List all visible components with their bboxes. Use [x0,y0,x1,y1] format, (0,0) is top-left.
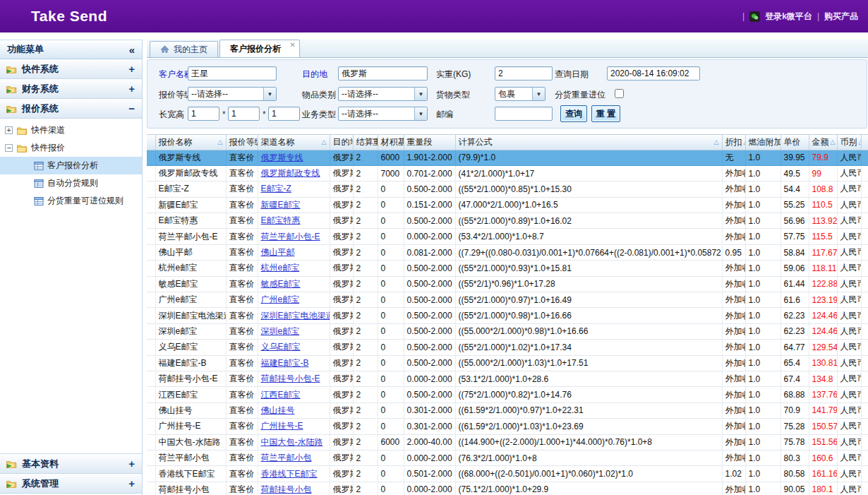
table-row[interactable]: 俄罗斯邮政专线直客价俄罗斯邮政专线俄罗斯270000.701-2.000(41*… [147,165,868,181]
column-header-channel-name[interactable]: 渠道名称 [258,135,330,150]
channel-link[interactable]: 广州挂号-E [261,421,303,431]
channel-link[interactable]: 佛山平邮 [261,247,295,257]
channel-link[interactable]: 福建E邮宝-B [261,358,309,368]
channel-link[interactable]: 荷邮挂号小包 [261,484,312,494]
column-header-quote-name[interactable]: 报价名称 [155,135,226,150]
column-header-quote-grade[interactable]: 报价等级 [226,135,258,150]
sort-icon[interactable] [218,138,223,145]
search-button[interactable]: 查询 [560,105,587,122]
table-row[interactable]: 荷邮挂号小包-E直客价荷邮挂号小包-E俄罗斯200.000-2.000(53.1… [147,371,868,386]
column-header-fuel-surcharge[interactable]: 燃油附加 [745,135,780,150]
split-weight-carry-checkbox[interactable] [615,89,624,98]
channel-link[interactable]: 俄罗斯专线 [261,153,303,162]
sidebar-item-快件系统[interactable]: 快件系统 + [0,59,142,79]
price-level-select[interactable]: --请选择-- [188,87,277,101]
channel-link[interactable]: E邮宝特惠 [261,215,301,225]
channel-link[interactable]: 广州e邮宝 [261,294,300,304]
table-row[interactable]: 深圳E邮宝电池渠道直客价深圳E邮宝电池渠道俄罗斯200.500-2.000((5… [147,308,868,323]
column-header-unit-price[interactable]: 单价 [780,135,809,150]
table-row[interactable]: 广州e邮宝直客价广州e邮宝俄罗斯200.500-2.000((55*2/1.00… [147,292,868,308]
sidebar-item-财务系统[interactable]: 财务系统 + [0,79,142,99]
expand-icon[interactable]: + [128,63,135,75]
weight-input[interactable] [495,66,553,80]
channel-link[interactable]: 中国大包-水陆路 [261,437,323,447]
sort-icon[interactable] [322,138,327,145]
table-row[interactable]: 敏感E邮宝直客价敏感E邮宝俄罗斯200.500-2.000((55*2/1)*0… [147,276,868,292]
length-input[interactable] [188,107,219,121]
channel-link[interactable]: 佛山挂号 [261,405,295,415]
column-header-discount[interactable]: 折扣 [722,135,745,150]
table-row[interactable]: 深圳e邮宝直客价深圳e邮宝俄罗斯200.500-2.000((55.000*2/… [147,323,868,339]
tree-item-快件渠道[interactable]: + 快件渠道 [0,121,142,139]
table-row[interactable]: 新疆E邮宝直客价新疆E邮宝俄罗斯200.151-2.000(47.000*2/1… [147,197,868,213]
channel-link[interactable]: 义乌E邮宝 [261,342,301,352]
table-row[interactable]: 佛山平邮直客价佛山平邮俄罗斯200.081-2.000((7.29+((0.08… [147,244,868,260]
column-header-formula[interactable]: 计算公式 [455,135,722,150]
column-header-weight-range[interactable]: 重量段 [404,135,455,150]
sidebar-item-系统管理[interactable]: 系统管理 + [0,474,142,494]
tree-item-自动分货规则[interactable]: 自动分货规则 [0,174,142,192]
channel-link[interactable]: 江西E邮宝 [261,390,301,400]
dropdown-arrow-icon[interactable] [414,107,427,120]
column-header-volume-base[interactable]: 材积基数 [378,135,404,150]
buy-product-link[interactable]: 购买产品 [824,11,858,23]
table-row[interactable]: 广州挂号-E直客价广州挂号-E俄罗斯200.301-2.000((61.59*2… [147,419,868,434]
reset-button[interactable]: 重 置 [591,105,620,122]
table-row[interactable]: 荷兰平邮小包-E直客价荷兰平邮小包-E俄罗斯200.000-2.000(53.4… [147,229,868,244]
channel-link[interactable]: 深圳e邮宝 [261,326,300,336]
dropdown-arrow-icon[interactable] [414,88,427,100]
dropdown-arrow-icon[interactable] [263,88,276,100]
sort-icon[interactable] [831,138,836,145]
item-category-select[interactable]: --请选择-- [338,87,428,101]
sidebar-item-基本资料[interactable]: 基本资料 + [0,454,142,474]
column-header-destination[interactable]: 目的地 [330,135,353,150]
width-input[interactable] [228,107,260,121]
channel-link[interactable]: 深圳E邮宝电池渠道 [261,311,330,321]
table-row[interactable]: E邮宝特惠直客价E邮宝特惠俄罗斯200.500-2.000((55*2/1.00… [147,213,868,229]
postcode-input[interactable] [495,107,553,121]
cargo-type-select[interactable]: 包裹 [495,87,545,101]
column-header-settle-weight[interactable]: 结算重量 [353,135,378,150]
sort-icon[interactable] [714,138,719,145]
tree-item-快件报价[interactable]: − 快件报价 [0,139,142,157]
customer-name-input[interactable] [188,66,277,80]
tab-my-home[interactable]: 我的主页 [150,41,218,57]
channel-link[interactable]: 新疆E邮宝 [261,200,301,210]
table-row[interactable]: 中国大包-水陆路直客价中国大包-水陆路俄罗斯260002.000-40.00((… [147,434,868,450]
table-row[interactable]: 杭州e邮宝直客价杭州e邮宝俄罗斯200.500-2.000((55*2/1.00… [147,261,868,276]
table-row[interactable]: 江西E邮宝直客价江西E邮宝俄罗斯200.500-2.000((75*2/1.00… [147,387,868,402]
tree-item-客户报价分析[interactable]: 客户报价分析 [0,157,142,174]
channel-link[interactable]: 敏感E邮宝 [261,279,301,289]
channel-link[interactable]: 荷兰平邮小包-E [261,232,320,241]
table-row[interactable]: 香港线下E邮宝直客价香港线下E邮宝俄罗斯200.501-2.000((68.00… [147,466,868,482]
login-kwei-link[interactable]: 登录k微平台 [765,11,812,23]
destination-input[interactable] [338,66,428,80]
sort-icon[interactable] [859,138,862,145]
channel-link[interactable]: E邮宝-Z [261,184,291,193]
column-header-currency[interactable]: 币别 [837,135,861,150]
table-row[interactable]: 俄罗斯专线直客价俄罗斯专线俄罗斯260001.901-2.000(79.9)*1… [147,150,868,165]
tree-expander-icon[interactable]: + [5,126,13,134]
expand-icon[interactable]: + [128,83,135,95]
channel-link[interactable]: 俄罗斯邮政专线 [261,168,320,178]
table-row[interactable]: 佛山挂号直客价佛山挂号俄罗斯200.301-2.000((61.59*2/1.0… [147,402,868,418]
table-row[interactable]: 荷邮挂号小包直客价荷邮挂号小包俄罗斯200.000-2.000(75.1*2/1… [147,482,868,495]
tab-customer-quote-analysis[interactable]: 客户报价分析 [219,40,300,57]
height-input[interactable] [268,107,300,121]
channel-link[interactable]: 香港线下E邮宝 [261,469,318,479]
expand-icon[interactable]: − [128,102,135,114]
channel-link[interactable]: 荷兰平邮小包 [261,453,312,463]
expand-icon[interactable]: + [128,458,135,470]
table-row[interactable]: E邮宝-Z直客价E邮宝-Z俄罗斯200.500-2.000((55*2/1.00… [147,181,868,197]
expand-icon[interactable]: + [128,477,135,489]
channel-link[interactable]: 荷邮挂号小包-E [261,374,320,383]
tab-close-icon[interactable] [290,41,296,49]
sidebar-collapse-icon[interactable]: « [129,44,135,55]
query-date-input[interactable] [607,66,700,80]
dropdown-arrow-icon[interactable] [532,88,545,100]
tree-expander-icon[interactable]: − [5,144,13,152]
table-row[interactable]: 荷兰平邮小包直客价荷兰平邮小包俄罗斯200.000-2.000(76.3*2/1… [147,450,868,465]
business-type-select[interactable]: --请选择-- [338,107,428,121]
tree-item-分货重量可进位规则[interactable]: 分货重量可进位规则 [0,192,142,210]
table-row[interactable]: 义乌E邮宝直客价义乌E邮宝俄罗斯200.500-2.000((55*2/1.00… [147,340,868,355]
